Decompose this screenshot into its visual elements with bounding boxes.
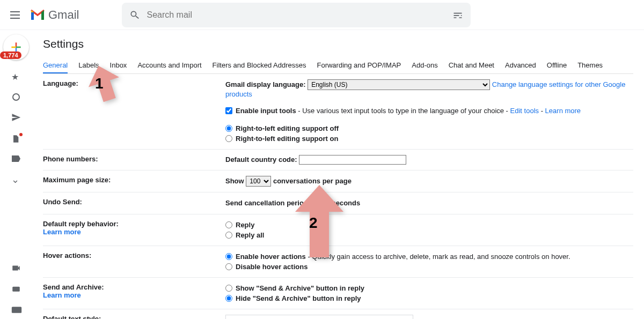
label-phone: Phone numbers:	[43, 155, 225, 165]
setting-reply: Default reply behavior: Learn more Reply…	[43, 214, 633, 246]
hover-enable-radio[interactable]	[225, 253, 232, 260]
compose-button[interactable]: 1,774	[3, 34, 29, 60]
meet-icon[interactable]	[11, 263, 21, 273]
display-lang-label: Gmail display language:	[225, 80, 306, 88]
reply-learn-more[interactable]: Learn more	[43, 228, 81, 236]
reply-all-radio[interactable]	[225, 232, 232, 239]
search-input[interactable]	[140, 10, 452, 20]
settings-tabs: General Labels Inbox Accounts and Import…	[43, 58, 633, 74]
tab-themes[interactable]: Themes	[577, 58, 603, 73]
edit-tools-link[interactable]: Edit tools	[510, 107, 539, 115]
learn-more-link[interactable]: Learn more	[545, 107, 581, 115]
gmail-envelope-icon	[30, 9, 45, 21]
setting-page-size: Maximum page size: Show 100 conversation…	[43, 170, 633, 192]
tab-advanced[interactable]: Advanced	[505, 58, 536, 73]
setting-archive: Send and Archive: Learn more Show "Send …	[43, 278, 633, 309]
tab-labels[interactable]: Labels	[78, 58, 99, 73]
sidebar: 1,774	[0, 30, 32, 319]
show-archive-radio[interactable]	[225, 285, 232, 292]
app-name: Gmail	[48, 8, 79, 22]
label-textstyle: Default text style:	[43, 315, 101, 319]
tab-forward[interactable]: Forwarding and POP/IMAP	[317, 58, 401, 73]
chat-icon[interactable]	[11, 285, 21, 294]
label-language: Language:	[43, 79, 225, 144]
svg-rect-1	[12, 307, 21, 313]
keyboard-icon[interactable]	[11, 306, 21, 316]
reply-radio[interactable]	[225, 221, 232, 228]
undo-period-select[interactable]: 5	[312, 198, 330, 209]
rtl-off-radio[interactable]	[225, 125, 232, 132]
label-archive: Send and Archive:	[43, 283, 104, 291]
search-icon	[129, 10, 140, 20]
setting-undo: Undo Send: Send cancellation period: 5 s…	[43, 192, 633, 214]
rtl-on-radio[interactable]	[225, 135, 232, 142]
gmail-logo[interactable]: Gmail	[30, 8, 79, 22]
notification-dot	[19, 133, 23, 136]
unread-badge: 1,774	[0, 51, 21, 59]
tab-inbox[interactable]: Inbox	[110, 58, 127, 73]
more-icon[interactable]	[11, 174, 21, 183]
tab-chat[interactable]: Chat and Meet	[449, 58, 494, 73]
page-title: Settings	[43, 38, 633, 50]
labels-icon[interactable]	[12, 155, 20, 162]
tab-offline[interactable]: Offline	[547, 58, 567, 73]
input-tools-label: Enable input tools	[236, 107, 296, 115]
tab-filters[interactable]: Filters and Blocked Addresses	[213, 58, 306, 73]
starred-icon[interactable]	[11, 72, 21, 81]
page-size-select[interactable]: 100	[246, 176, 271, 187]
search-options-icon[interactable]	[452, 10, 463, 20]
setting-textstyle: Default text style: (Use the 'Remove for…	[43, 309, 633, 319]
enable-input-tools-checkbox[interactable]	[225, 107, 232, 114]
country-code-label: Default country code:	[225, 155, 297, 164]
rtl-on-label: Right-to-left editing support on	[236, 135, 338, 143]
label-undo: Undo Send:	[43, 198, 225, 209]
input-tools-desc: - Use various text input tools to type i…	[296, 107, 510, 115]
sent-icon[interactable]	[11, 113, 21, 122]
country-code-input[interactable]	[299, 155, 406, 165]
archive-learn-more[interactable]: Learn more	[43, 291, 81, 299]
settings-main: Settings General Labels Inbox Accounts a…	[32, 30, 644, 319]
setting-phone: Phone numbers: Default country code:	[43, 150, 633, 170]
label-hover: Hover actions:	[43, 251, 225, 272]
label-page-size: Maximum page size:	[43, 176, 225, 187]
language-select[interactable]: English (US)	[308, 79, 490, 90]
tab-addons[interactable]: Add-ons	[412, 58, 437, 73]
drafts-icon[interactable]	[11, 134, 21, 144]
hide-archive-radio[interactable]	[225, 295, 232, 302]
snoozed-icon[interactable]	[12, 93, 20, 101]
search-box[interactable]	[122, 3, 471, 27]
tab-general[interactable]: General	[43, 58, 68, 73]
rtl-off-label: Right-to-left editing support off	[236, 124, 339, 132]
tab-accounts[interactable]: Accounts and Import	[137, 58, 201, 73]
main-menu-icon[interactable]	[9, 9, 21, 21]
textstyle-box: Comic Sa... ▾ тТ ▾ A ▾ T This is what yo…	[225, 315, 413, 319]
setting-hover: Hover actions: Enable hover actions - Qu…	[43, 246, 633, 278]
setting-language: Language: Gmail display language: Englis…	[43, 74, 633, 150]
label-reply: Default reply behavior:	[43, 220, 119, 228]
hover-disable-radio[interactable]	[225, 263, 232, 270]
svg-rect-0	[12, 287, 20, 292]
